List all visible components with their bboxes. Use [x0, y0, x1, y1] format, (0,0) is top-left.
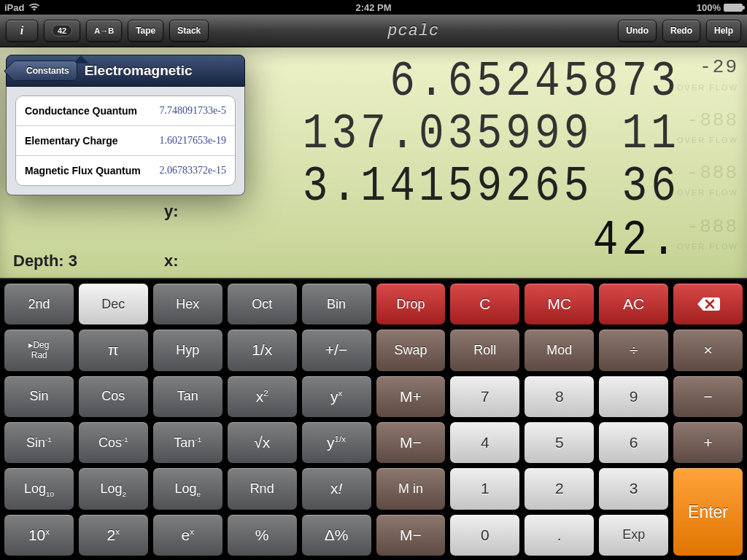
- key-atan[interactable]: Tan-1: [152, 421, 223, 464]
- key-drop[interactable]: Drop: [376, 283, 446, 325]
- key-log2[interactable]: Log2: [78, 467, 149, 510]
- key-2[interactable]: 2: [524, 467, 595, 510]
- constant-value: 2.06783372e-15: [160, 165, 226, 176]
- key-mod[interactable]: Mod: [524, 329, 595, 371]
- constant-item[interactable]: Conductance Quantum 7.748091733e-5: [16, 96, 235, 126]
- key-y-to-x[interactable]: yx: [301, 376, 372, 418]
- key-m-in[interactable]: M in: [376, 467, 446, 510]
- key-roll[interactable]: Roll: [449, 329, 520, 371]
- depth-label: Depth: 3: [13, 252, 77, 271]
- key-decimal[interactable]: .: [524, 514, 595, 556]
- key-2nd[interactable]: 2nd: [4, 283, 74, 325]
- app-title: pcalc: [387, 22, 439, 40]
- key-recip[interactable]: 1/x: [227, 329, 298, 371]
- key-m-minus-2[interactable]: M−: [376, 514, 446, 556]
- key-delta-percent[interactable]: Δ%: [301, 514, 372, 556]
- key-hyp[interactable]: Hyp: [152, 329, 223, 371]
- constant-value: 7.748091733e-5: [160, 105, 226, 117]
- key-bin[interactable]: Bin: [301, 283, 372, 325]
- battery-icon: [724, 4, 743, 12]
- key-negate[interactable]: +/−: [301, 329, 372, 371]
- key-minus[interactable]: −: [673, 376, 743, 418]
- key-backspace[interactable]: [673, 283, 743, 325]
- key-ac[interactable]: AC: [598, 283, 669, 325]
- key-4[interactable]: 4: [449, 421, 520, 464]
- key-oct[interactable]: Oct: [227, 283, 298, 325]
- key-y-root-x[interactable]: y1/x: [301, 421, 372, 464]
- exp-ghost: -888: [687, 216, 738, 238]
- key-c[interactable]: C: [449, 283, 520, 325]
- key-sin[interactable]: Sin: [4, 376, 74, 418]
- overflow-flag: OVER FLOW: [677, 84, 738, 92]
- key-tan[interactable]: Tan: [152, 376, 223, 418]
- device-label: iPad: [4, 2, 24, 13]
- redo-button[interactable]: Redo: [662, 20, 700, 42]
- key-e-to-x[interactable]: ex: [152, 514, 223, 556]
- tape-button[interactable]: Tape: [128, 20, 163, 42]
- key-7[interactable]: 7: [449, 376, 520, 418]
- key-6[interactable]: 6: [598, 421, 669, 464]
- wifi-icon: [28, 3, 40, 12]
- constants-popover: Constants Electromagnetic Conductance Qu…: [6, 55, 245, 195]
- key-mc[interactable]: MC: [524, 283, 595, 325]
- key-10-to-x[interactable]: 10x: [4, 514, 74, 556]
- key-deg-rad[interactable]: ▶Deg Rad: [4, 329, 74, 371]
- stack-exp-3: -29: [700, 56, 738, 78]
- key-swap[interactable]: Swap: [376, 329, 446, 371]
- deg-rad-label: ▶Deg Rad: [28, 341, 49, 360]
- help-button[interactable]: Help: [706, 20, 741, 42]
- constants-badge: 42: [52, 25, 72, 36]
- info-button[interactable]: i: [6, 20, 38, 42]
- x-value: 42.: [184, 212, 680, 268]
- constant-item[interactable]: Elementary Charge 1.60217653e-19: [16, 126, 235, 156]
- stack-button[interactable]: Stack: [169, 20, 209, 42]
- overflow-flag: OVER FLOW: [677, 243, 738, 251]
- overflow-flag: OVER FLOW: [677, 189, 738, 197]
- popover-title: Electromagnetic: [85, 63, 193, 79]
- popover-back-button[interactable]: Constants: [12, 61, 77, 81]
- key-ln[interactable]: Loge: [152, 467, 223, 510]
- key-3[interactable]: 3: [598, 467, 669, 510]
- key-log10[interactable]: Log10: [4, 467, 74, 510]
- battery-percent: 100%: [697, 2, 721, 13]
- constant-item[interactable]: Magnetic Flux Quantum 2.06783372e-15: [16, 156, 235, 185]
- info-icon: i: [20, 24, 23, 37]
- key-divide[interactable]: ÷: [598, 329, 669, 371]
- convert-button[interactable]: A→B: [86, 20, 122, 42]
- exp-ghost: -888: [687, 162, 738, 184]
- key-enter[interactable]: Enter: [673, 467, 743, 556]
- key-factorial[interactable]: x!: [301, 467, 372, 510]
- exp-ghost: -888: [687, 109, 738, 131]
- overflow-flag: OVER FLOW: [677, 136, 738, 144]
- key-8[interactable]: 8: [524, 376, 595, 418]
- constant-name: Conductance Quantum: [25, 105, 137, 117]
- key-dec[interactable]: Dec: [78, 283, 149, 325]
- key-asin[interactable]: Sin-1: [4, 421, 74, 464]
- key-cos[interactable]: Cos: [78, 376, 149, 418]
- key-exp[interactable]: Exp: [598, 514, 669, 556]
- key-m-minus[interactable]: M−: [376, 421, 446, 464]
- stack-value-2: 137.035999 11: [184, 106, 680, 162]
- key-x-squared[interactable]: x2: [227, 376, 298, 418]
- key-hex[interactable]: Hex: [152, 283, 223, 325]
- app-toolbar: i 42 A→B Tape Stack pcalc Undo Redo Help: [0, 15, 747, 47]
- key-5[interactable]: 5: [524, 421, 595, 464]
- key-0[interactable]: 0: [449, 514, 520, 556]
- key-9[interactable]: 9: [598, 376, 669, 418]
- key-pi[interactable]: π: [78, 329, 149, 371]
- popover-back-label: Constants: [26, 66, 69, 76]
- key-m-plus[interactable]: M+: [376, 376, 446, 418]
- key-1[interactable]: 1: [449, 467, 520, 510]
- undo-button[interactable]: Undo: [618, 20, 657, 42]
- key-acos[interactable]: Cos-1: [78, 421, 149, 464]
- key-multiply[interactable]: ×: [673, 329, 743, 371]
- key-plus[interactable]: +: [673, 421, 743, 464]
- key-2-to-x[interactable]: 2x: [78, 514, 149, 556]
- key-percent[interactable]: %: [227, 514, 298, 556]
- key-rnd[interactable]: Rnd: [227, 467, 298, 510]
- constant-value: 1.60217653e-19: [160, 135, 226, 147]
- constants-button[interactable]: 42: [44, 20, 80, 42]
- y-label: y:: [164, 202, 179, 221]
- y-value: 3.14159265 36: [184, 158, 680, 214]
- key-sqrt[interactable]: √x: [227, 421, 298, 464]
